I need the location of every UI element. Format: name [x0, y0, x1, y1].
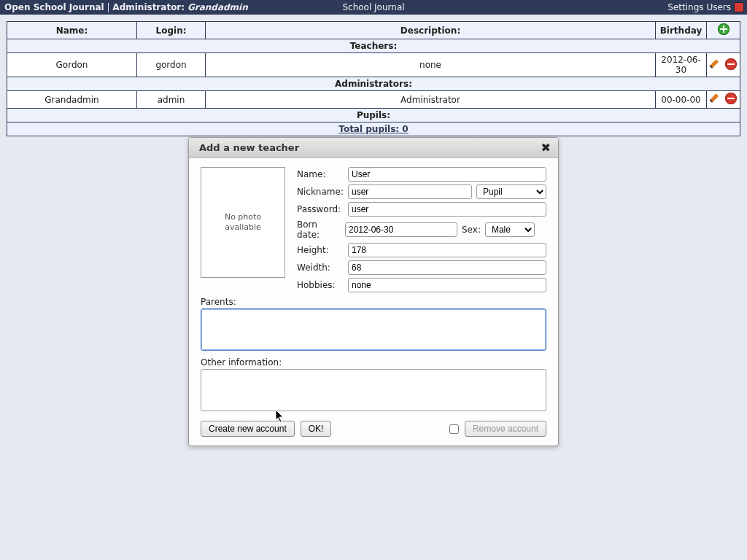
- delete-icon[interactable]: [725, 58, 737, 70]
- label-weidth: Weidth:: [297, 262, 344, 273]
- topbar-left: Open School Journal | Administrator: Gra…: [4, 2, 248, 12]
- th-birthday: Birthday: [656, 22, 707, 39]
- th-name: Name:: [7, 22, 137, 39]
- total-pupils-link[interactable]: Total pupils: 0: [338, 124, 408, 134]
- sex-select[interactable]: Male: [485, 222, 535, 237]
- label-other: Other information:: [201, 357, 546, 368]
- table-row: Grandadmin admin Administrator 00-00-00: [7, 91, 740, 109]
- name-field[interactable]: [348, 167, 546, 182]
- cell-name: Gordon: [7, 53, 137, 77]
- admin-name: Grandadmin: [187, 2, 248, 12]
- password-field[interactable]: [348, 202, 546, 217]
- edit-icon[interactable]: [711, 58, 722, 70]
- other-info-textarea[interactable]: [201, 369, 546, 411]
- create-account-button[interactable]: Create new account: [201, 421, 295, 437]
- nickname-field[interactable]: [348, 184, 472, 199]
- section-teachers: Teachers:: [7, 39, 740, 53]
- label-password: Password:: [297, 204, 344, 214]
- cell-login: admin: [137, 91, 206, 109]
- dialog-titlebar[interactable]: Add a new teacher ✖: [189, 138, 558, 158]
- label-born: Born date:: [297, 219, 341, 240]
- th-login: Login:: [137, 22, 206, 39]
- th-actions: [707, 22, 740, 39]
- cell-bday: 00-00-00: [656, 91, 707, 109]
- role-select[interactable]: Pupil: [476, 184, 546, 199]
- edit-icon[interactable]: [711, 93, 722, 104]
- hobbies-field[interactable]: [348, 278, 546, 292]
- settings-users-link[interactable]: Settings Users: [667, 2, 731, 12]
- section-pupils: Pupils:: [7, 109, 740, 122]
- admin-label: Administrator:: [112, 2, 185, 12]
- th-description: Description:: [206, 22, 656, 39]
- topbar: Open School Journal | Administrator: Gra…: [0, 0, 747, 15]
- ok-button[interactable]: OK!: [301, 421, 332, 437]
- label-nickname: Nickname:: [297, 187, 344, 197]
- label-sex: Sex:: [462, 225, 481, 235]
- parents-textarea[interactable]: [201, 308, 546, 351]
- close-icon[interactable]: ✖: [541, 141, 551, 155]
- users-table: Name: Login: Description: Birthday Teach…: [7, 21, 740, 136]
- section-administrators: Administrators:: [7, 77, 740, 91]
- add-icon[interactable]: [718, 23, 729, 35]
- label-height: Height:: [297, 245, 344, 255]
- label-name: Name:: [297, 169, 344, 179]
- photo-placeholder-text: No photo avaliable: [225, 212, 261, 233]
- remove-account-button: Remove account: [465, 421, 546, 437]
- height-field[interactable]: [348, 243, 546, 257]
- add-teacher-dialog: Add a new teacher ✖ No photo avaliable N…: [188, 137, 559, 446]
- cell-name: Grandadmin: [7, 91, 137, 109]
- cell-desc: Administrator: [206, 91, 656, 109]
- cell-desc: none: [206, 53, 656, 77]
- remove-account-checkbox[interactable]: [449, 424, 459, 434]
- label-parents: Parents:: [201, 297, 546, 307]
- born-date-field[interactable]: [345, 222, 457, 237]
- label-hobbies: Hobbies:: [297, 280, 344, 290]
- delete-icon[interactable]: [725, 93, 737, 104]
- dialog-title: Add a new teacher: [199, 142, 299, 153]
- cell-bday: 2012-06-30: [656, 53, 707, 77]
- app-name: Open School Journal: [4, 2, 104, 12]
- table-row: Gordon gordon none 2012-06-30: [7, 53, 740, 77]
- weidth-field[interactable]: [348, 260, 546, 275]
- cell-login: gordon: [137, 53, 206, 77]
- photo-placeholder[interactable]: No photo avaliable: [201, 167, 285, 278]
- close-icon[interactable]: [734, 2, 744, 12]
